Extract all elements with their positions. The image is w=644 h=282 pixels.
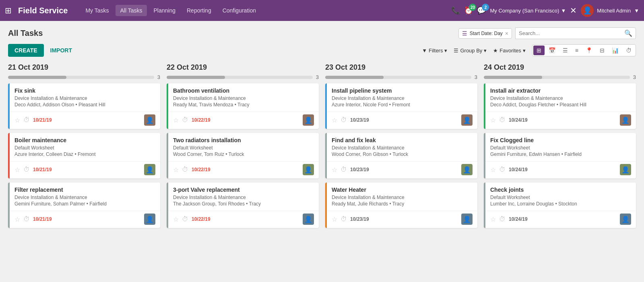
nav-planning[interactable]: Planning [149,5,180,16]
card-star-icon-1-0[interactable]: ☆ [173,116,179,124]
kanban-card-1-0[interactable]: Bathroom ventilationDevice Installation … [167,83,319,129]
card-date-1-2: 10/22/19 [192,216,211,222]
card-clock-icon-0-2[interactable]: ⏱ [23,216,30,223]
toolbar: CREATE IMPORT ▼ Filters ▾ ☰ Group By ▾ ★… [8,44,636,57]
import-button[interactable]: IMPORT [47,44,75,57]
card-body-0-0: Fix sinkDevice Installation & Maintenanc… [10,83,160,112]
card-clock-icon-1-2[interactable]: ⏱ [182,216,188,223]
card-star-icon-0-1[interactable]: ☆ [14,166,20,174]
kanban-card-3-2[interactable]: Check jointsDefault WorksheetLumber Inc,… [484,182,636,228]
card-clock-icon-1-1[interactable]: ⏱ [182,166,188,173]
col-count-1: 3 [316,74,319,80]
view-switchers: ⊞ 📅 ☰ ≡ 📍 ⊟ 📊 ⏱ [532,44,636,56]
card-title-2-0: Install pipeline system [332,87,473,94]
card-title-0-1: Boiler maintenance [14,137,155,143]
user-menu[interactable]: 👤 Mitchell Admin ▼ [581,4,639,17]
pivot-view-button[interactable]: ⊟ [597,46,608,55]
card-star-icon-2-0[interactable]: ☆ [332,116,337,124]
nav-reporting[interactable]: Reporting [182,5,216,16]
card-clock-icon-3-0[interactable]: ⏱ [499,116,506,124]
col-progress-fill-3 [484,76,542,79]
kanban-card-2-1[interactable]: Find and fix leakDevice Installation & M… [325,133,477,178]
card-clock-icon-2-1[interactable]: ⏱ [341,166,347,173]
card-star-icon-1-2[interactable]: ☆ [173,216,179,223]
favorites-label: Favorites [500,48,521,54]
card-avatar-0-0: 👤 [144,114,155,126]
chart-view-button[interactable]: 📊 [609,46,622,55]
card-title-0-2: Filter replacement [14,187,155,193]
favorites-button[interactable]: ★ Favorites ▾ [493,48,525,54]
filter-tag-close-button[interactable]: × [505,30,508,37]
card-date-0-2: 10/21/19 [33,216,52,222]
card-avatar-2-1: 👤 [461,164,473,175]
search-filter-tag[interactable]: ☰ Start Date: Day × [458,28,512,39]
col-progress-fill-0 [8,76,66,79]
card-title-1-2: 3-port Valve replacement [173,187,314,193]
card-clock-icon-2-0[interactable]: ⏱ [341,116,347,124]
filters-button[interactable]: ▼ Filters ▾ [422,48,447,54]
table-view-button[interactable]: ≡ [572,46,582,55]
card-body-2-1: Find and fix leakDevice Installation & M… [327,133,477,161]
card-star-icon-3-0[interactable]: ☆ [490,116,496,124]
kanban-card-2-0[interactable]: Install pipeline systemDevice Installati… [325,83,477,129]
map-view-button[interactable]: 📍 [582,46,596,55]
page-title: All Tasks [8,29,43,38]
kanban-card-0-1[interactable]: Boiler maintenanceDefault WorksheetAzure… [8,133,160,178]
kanban-card-3-1[interactable]: Fix Clogged lineDefault WorksheetGemini … [484,133,636,178]
nav-my-tasks[interactable]: My Tasks [80,5,114,16]
kanban-card-3-0[interactable]: Install air extractorDevice Installation… [484,83,636,129]
card-star-icon-2-2[interactable]: ☆ [332,216,337,223]
col-header-2: 23 Oct 20193 [325,63,477,80]
kanban-card-0-2[interactable]: Filter replacementDevice Installation & … [8,182,160,228]
card-footer-left-1-1: ☆⏱10/22/19 [173,166,211,174]
card-clock-icon-1-0[interactable]: ⏱ [182,116,188,124]
kanban-card-0-0[interactable]: Fix sinkDevice Installation & Maintenanc… [8,83,160,129]
company-selector[interactable]: My Company (San Francisco) ▼ [490,8,566,14]
kanban-column-2: 23 Oct 20193Install pipeline systemDevic… [325,63,477,232]
card-star-icon-3-1[interactable]: ☆ [490,166,496,174]
card-meta-0-1: Azure Interior, Colleen Diaz • Fremont [14,151,155,157]
groupby-button[interactable]: ☰ Group By ▾ [454,48,487,54]
kanban-view-button[interactable]: ⊞ [533,46,545,55]
groupby-dropdown-icon: ▾ [484,48,487,54]
card-clock-icon-0-0[interactable]: ⏱ [23,116,30,124]
card-clock-icon-3-2[interactable]: ⏱ [499,216,506,223]
card-star-icon-3-2[interactable]: ☆ [490,216,496,223]
card-clock-icon-2-2[interactable]: ⏱ [341,216,347,223]
kanban-card-1-2[interactable]: 3-port Valve replacementDevice Installat… [167,182,319,228]
list-view-button[interactable]: ☰ [559,46,571,55]
card-subtitle-0-1: Default Worksheet [14,145,155,151]
nav-configuration[interactable]: Configuration [218,5,261,16]
activity-view-button[interactable]: ⏱ [623,46,635,55]
nav-all-tasks[interactable]: All Tasks [116,5,147,16]
card-body-2-0: Install pipeline systemDevice Installati… [327,83,477,112]
search-icon[interactable]: 🔍 [624,29,632,37]
grid-icon[interactable]: ⊞ [5,6,12,15]
col-date-2: 23 Oct 2019 [325,63,477,72]
card-title-3-0: Install air extractor [490,87,631,94]
card-star-icon-0-0[interactable]: ☆ [14,116,20,124]
kanban-card-1-1[interactable]: Two radiators installationDefault Worksh… [167,133,319,178]
search-input[interactable] [519,30,624,36]
create-button[interactable]: CREATE [8,44,44,57]
calendar-view-button[interactable]: 📅 [545,46,559,55]
card-clock-icon-3-1[interactable]: ⏱ [499,166,506,173]
phone-button[interactable]: 📞 [451,6,460,15]
col-header-1: 22 Oct 20193 [167,63,319,80]
messages-button[interactable]: 💬 2 [477,6,486,15]
close-button[interactable]: ✕ [570,6,577,15]
card-avatar-3-0: 👤 [620,114,631,126]
card-clock-icon-0-1[interactable]: ⏱ [23,166,30,173]
card-star-icon-2-1[interactable]: ☆ [332,166,337,174]
kanban-card-2-2[interactable]: Water HeaterDevice Installation & Mainte… [325,182,477,228]
col-progress-fill-1 [167,76,225,79]
card-footer-1-2: ☆⏱10/22/19👤 [168,211,319,228]
card-avatar-1-1: 👤 [303,164,314,175]
notifications-button[interactable]: ⏰ 20 [464,6,473,15]
card-star-icon-1-1[interactable]: ☆ [173,166,179,174]
col-progress-row-1: 3 [167,74,319,80]
card-footer-left-1-2: ☆⏱10/22/19 [173,216,211,223]
card-footer-left-2-2: ☆⏱10/23/19 [332,216,369,223]
card-star-icon-0-2[interactable]: ☆ [14,216,20,223]
card-title-3-1: Fix Clogged line [490,137,631,143]
